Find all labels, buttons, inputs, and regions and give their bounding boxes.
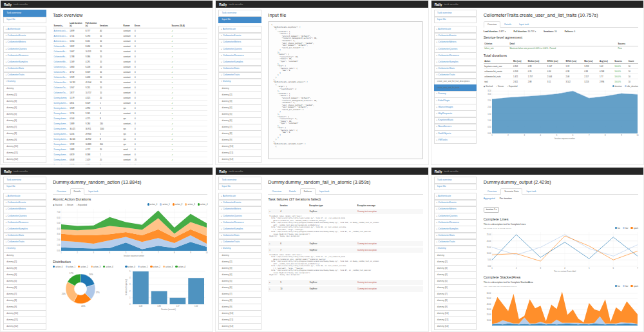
sidebar-item[interactable]: dummy [8]	[218, 130, 261, 137]
table-row[interactable]: CeilometerMeters.list_meters1.5694.29110…	[53, 59, 207, 64]
sidebar-item[interactable]: dummy [2]	[3, 92, 46, 99]
sidebar-item[interactable]: dummy [2]	[3, 259, 46, 266]
tab[interactable]: Input task	[316, 188, 333, 195]
sidebar-item[interactable]: ▸CeilometerEvents	[218, 33, 261, 40]
tab[interactable]: Failures	[300, 188, 316, 195]
sidebar-item[interactable]: dummy [10]	[218, 310, 261, 317]
sidebar-item[interactable]: ▸CeilometerSamples	[434, 226, 477, 233]
sidebar-item[interactable]: ▸CeilometerQueries	[218, 46, 261, 53]
sidebar-item[interactable]: ▸NovaServers	[434, 124, 477, 131]
tab[interactable]: Overview	[484, 188, 501, 195]
failure-row[interactable]: ▸ 6 KeyError Dummy test exception	[268, 240, 422, 247]
sidebar-item[interactable]: ▸Authenticate	[434, 26, 477, 33]
table-row[interactable]: Authenticate.validate_glance1.7416.19010…	[53, 34, 207, 39]
sidebar-item[interactable]: dummy [3]	[3, 98, 46, 105]
sidebar-item[interactable]: ▾CeilometerTraits	[434, 72, 477, 79]
table-row[interactable]: Dummy.dummy [6]1.8899.284240constant_for…	[53, 121, 207, 126]
column-header[interactable]: Scenario ▴	[53, 21, 69, 28]
sidebar-item[interactable]: dummy [2]	[218, 92, 261, 99]
sidebar-item[interactable]: ▸SwiftObjects	[434, 130, 477, 137]
sidebar-item[interactable]: dummy [9]	[434, 304, 477, 311]
sidebar-item[interactable]: dummy [11]	[434, 317, 477, 324]
column-header[interactable]: Runner	[122, 21, 133, 28]
sidebar-item[interactable]: dummy [11]	[3, 317, 46, 324]
sidebar-item[interactable]: ▾Dummy	[434, 246, 477, 253]
tab[interactable]: Overview	[53, 188, 70, 195]
sidebar-item[interactable]: dummy [7]	[434, 291, 477, 298]
sidebar-item[interactable]: ▸CeilometerTraits	[3, 72, 46, 79]
sidebar-item[interactable]: ▸CeilometerStats	[434, 66, 477, 73]
sidebar-item[interactable]: dummy [12]	[434, 323, 477, 330]
expand-caret-icon[interactable]: ▾	[268, 208, 279, 214]
sidebar-item[interactable]: dummy [6]	[218, 284, 261, 291]
chart-mode-radio[interactable]: ○ Expanded	[507, 85, 517, 88]
sidebar-item[interactable]: ▸CeilometerSamples	[434, 59, 477, 66]
sidebar-item[interactable]: dummy [12]	[3, 323, 46, 330]
table-row[interactable]: CeilometerSamples.list_samples1.9296.458…	[53, 75, 207, 80]
legend-item[interactable]: spam	[630, 227, 638, 229]
sidebar-item[interactable]: dummy [5]	[3, 278, 46, 285]
sidebar-item[interactable]: ▸CeilometerMeters	[3, 206, 46, 213]
iteration-select[interactable]: iteration 2 ▾	[484, 207, 499, 212]
sidebar-item[interactable]: dummy [7]	[218, 291, 261, 298]
sidebar-item[interactable]: ▸CeilometerMeters	[434, 206, 477, 213]
legend-item[interactable]: action_4	[103, 266, 113, 268]
column-header[interactable]: Errors	[134, 21, 171, 28]
sidebar-item[interactable]: ▸CeilometerEvents	[218, 200, 261, 207]
sidebar-item[interactable]: ▸CeilometerResource	[218, 219, 261, 226]
sidebar-item[interactable]: Task overview	[218, 177, 261, 184]
legend-item[interactable]: action_2	[173, 203, 183, 206]
sidebar-item[interactable]: dummy	[434, 252, 477, 259]
sidebar-item[interactable]: ▸CeilometerMeters	[434, 39, 477, 46]
sidebar-item[interactable]: dummy [4]	[434, 271, 477, 278]
sidebar-item[interactable]: dummy [4]	[3, 271, 46, 278]
table-row[interactable]: CeilometerStats.get_stats14.76141.50410c…	[53, 80, 207, 85]
column-header[interactable]: Full duration (s)	[84, 21, 99, 28]
chart-mode-radio[interactable]: ○ Expanded	[77, 204, 87, 206]
sidebar-item[interactable]: ▸CeilometerTraits	[218, 72, 261, 79]
sidebar-item[interactable]: dummy [7]	[3, 291, 46, 298]
legend-item[interactable]: action_1	[66, 266, 76, 268]
table-row[interactable]: Dummy.dummy [10]1.93910.883200rps0✔	[53, 142, 207, 147]
column-header[interactable]: Iterations	[99, 21, 122, 28]
sidebar-item[interactable]: dummy [7]	[3, 124, 46, 131]
sidebar-item[interactable]: ▸CeilometerStats	[3, 233, 46, 240]
sidebar-item[interactable]: ▸CeilometerTraits	[3, 239, 46, 246]
sidebar-item[interactable]: Input file	[218, 17, 261, 24]
table-row[interactable]: Dummy.dummy [12]0.8198.5881constant0✔	[53, 152, 207, 157]
table-row[interactable]: Dummy.dummy [9]30.14140.9528rps0✔	[53, 137, 207, 142]
legend-item[interactable]: bar	[623, 227, 629, 229]
column-header[interactable]: Load duration (s)	[69, 21, 85, 28]
sidebar-item[interactable]: ▸CeilometerQueries	[3, 46, 46, 53]
chart-mode-radio[interactable]: ○ Stream	[65, 204, 73, 206]
tab[interactable]: Scenario Data	[500, 188, 522, 195]
tab[interactable]: Details	[500, 21, 515, 28]
navbar-brand[interactable]: Rally	[219, 170, 227, 173]
sidebar-item[interactable]: dummy [6]	[3, 284, 46, 291]
sidebar-item[interactable]: ▸CeilometerSamples	[218, 226, 261, 233]
chart-mode-radio[interactable]: ◉ Stacked	[484, 85, 493, 88]
table-row[interactable]: Dummy.dummy [4]1.2169.2414constant0✔	[53, 111, 207, 116]
sidebar-item[interactable]: ▸CeilometerSamples	[3, 59, 46, 66]
sidebar-item[interactable]: ▸CeilometerMeters	[3, 39, 46, 46]
legend-item[interactable]: action_0	[53, 266, 63, 268]
table-row[interactable]: Dummy.dummy_exception_probability1.2084.…	[53, 162, 207, 165]
sidebar-item[interactable]: dummy [2]	[218, 259, 261, 266]
sidebar-item[interactable]: dummy	[3, 85, 46, 92]
sidebar-item[interactable]: dummy [9]	[218, 137, 261, 144]
legend-item[interactable]: action_1	[160, 203, 170, 206]
sidebar-item[interactable]: ▸CeilometerMeters	[218, 39, 261, 46]
sidebar-item[interactable]: dummy [12]	[218, 323, 261, 330]
sidebar-item[interactable]: dummy [9]	[3, 137, 46, 144]
sidebar-item[interactable]: dummy [10]	[3, 143, 46, 150]
sidebar-item[interactable]: dummy [3]	[434, 265, 477, 272]
expand-caret-icon[interactable]: ▸	[268, 240, 279, 247]
sidebar-item[interactable]: dummy [12]	[218, 156, 261, 163]
failure-row[interactable]: ▾ 7 KeyError Dummy test exception	[268, 247, 422, 253]
legend-item[interactable]: action_3	[185, 203, 195, 206]
tab[interactable]: Input task	[522, 188, 540, 195]
table-row[interactable]: CeilometerEvents.create_user_and_list_ev…	[53, 54, 207, 59]
legend-item[interactable]: action_3	[91, 266, 101, 268]
sidebar-item[interactable]: ▸CeilometerTraits	[434, 239, 477, 246]
sidebar-item[interactable]: ▸CeilometerResource	[218, 52, 261, 59]
